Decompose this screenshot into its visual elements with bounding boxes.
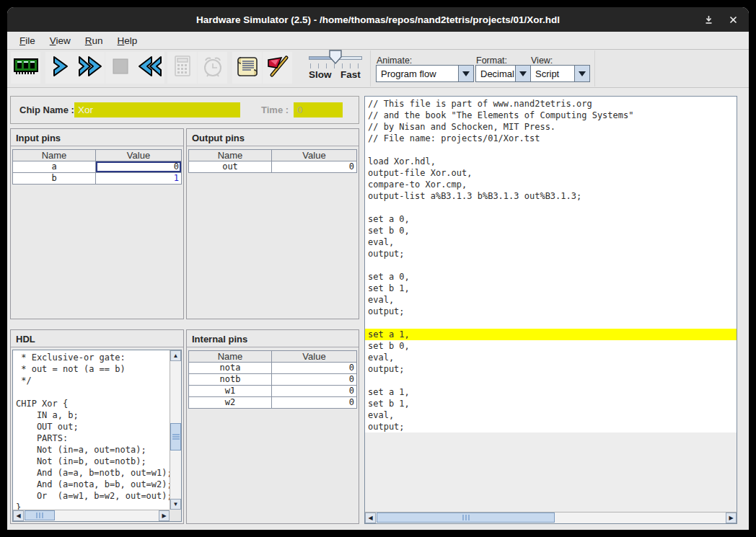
chip-name-field[interactable]: Xor — [74, 102, 240, 117]
output-pins-title: Output pins — [187, 129, 359, 146]
format-label: Format: — [476, 56, 507, 66]
code-line: */ — [13, 375, 170, 386]
code-line: set a 0, — [365, 213, 737, 225]
horizontal-scroll-thumb[interactable] — [25, 510, 55, 520]
time-label: Time : — [261, 105, 289, 115]
table-row: a0 — [12, 161, 182, 173]
animate-label: Animate: — [377, 56, 412, 66]
view-dropdown[interactable]: Script — [530, 65, 590, 82]
scroll-down-icon[interactable]: ▼ — [170, 499, 181, 510]
pin-value[interactable]: 0 — [96, 161, 181, 172]
column-header-value: Value — [96, 150, 181, 161]
load-script-button[interactable] — [232, 52, 262, 84]
code-line: } — [13, 502, 170, 510]
menu-run[interactable]: Run — [78, 33, 110, 48]
code-line: IN a, b; — [13, 409, 170, 421]
speed-slider-ticks — [310, 63, 361, 68]
scrollbar-corner — [170, 510, 181, 521]
chip-name-panel: Chip Name : Xor Time : 0 — [10, 96, 359, 124]
pin-value[interactable]: 0 — [272, 397, 356, 408]
scroll-right-icon[interactable]: ▶ — [726, 512, 737, 523]
pin-value[interactable]: 1 — [96, 173, 181, 184]
horizontal-scroll-thumb[interactable] — [377, 512, 555, 523]
animate-value: Program flow — [381, 68, 436, 79]
table-header: NameValue — [12, 149, 182, 161]
menu-help[interactable]: Help — [110, 33, 145, 48]
column-header-name: Name — [189, 150, 272, 161]
code-line: eval, — [365, 236, 737, 248]
chevron-down-icon[interactable] — [574, 66, 589, 81]
pin-value[interactable]: 0 — [272, 161, 356, 172]
code-line: eval, — [365, 294, 737, 306]
step-forward-icon — [51, 55, 70, 81]
code-line: set b 0, — [365, 225, 737, 236]
code-line: Not (in=a, out=nota); — [13, 444, 170, 456]
hdl-panel: HDL * Exclusive-or gate: * out = not (a … — [10, 329, 184, 524]
code-line: // File name: projects/01/Xor.tst — [365, 133, 737, 144]
pin-name: w1 — [189, 386, 272, 396]
format-dropdown[interactable]: Decimal — [475, 65, 531, 82]
column-header-name: Name — [13, 150, 96, 161]
table-row: w10 — [188, 386, 357, 397]
code-line — [365, 202, 737, 213]
menu-view[interactable]: View — [43, 33, 78, 48]
minimize-icon[interactable] — [704, 15, 713, 25]
hdl-title: HDL — [11, 330, 183, 347]
pin-value[interactable]: 0 — [272, 374, 356, 385]
view-label: View: — [531, 56, 553, 66]
scroll-right-icon[interactable]: ▶ — [159, 510, 170, 521]
pin-value[interactable]: 0 — [272, 386, 356, 396]
slider-slow-label: Slow — [309, 69, 332, 80]
window-title: Hardware Simulator (2.5) - /home/thomas/… — [196, 14, 560, 25]
hdl-horizontal-scrollbar: ◀ ▶ — [13, 510, 170, 521]
table-row: w20 — [188, 397, 357, 409]
input-pins-table: NameValuea0b1 — [12, 149, 182, 185]
close-icon[interactable] — [729, 16, 737, 24]
code-line — [365, 259, 737, 271]
code-line — [13, 386, 170, 398]
scroll-up-icon[interactable]: ▲ — [170, 350, 181, 361]
run-button[interactable] — [75, 52, 105, 84]
code-line — [365, 144, 737, 156]
column-header-value: Value — [272, 351, 356, 362]
table-header: NameValue — [188, 149, 357, 161]
code-line: eval, — [365, 352, 737, 363]
code-line: eval, — [365, 409, 737, 421]
vertical-scroll-thumb[interactable] — [170, 423, 181, 451]
chevron-down-icon[interactable] — [458, 66, 473, 81]
menu-bar: FileViewRunHelp — [7, 32, 749, 50]
clock-icon — [201, 54, 225, 81]
app-window: Hardware Simulator (2.5) - /home/thomas/… — [7, 7, 749, 530]
script-current-line: set a 1, — [365, 329, 737, 340]
reset-button[interactable] — [135, 52, 164, 84]
menu-file[interactable]: File — [12, 33, 43, 48]
pin-name: out — [189, 161, 272, 172]
output-pins-table: NameValueout0 — [188, 149, 357, 173]
table-row: out0 — [188, 161, 357, 173]
code-line: And (a=nota, b=b, out=w2); — [13, 479, 170, 490]
clock-button — [198, 52, 227, 84]
code-line — [365, 317, 737, 329]
pin-value[interactable]: 0 — [272, 363, 356, 373]
code-line: set a 1, — [365, 386, 737, 398]
pin-name: b — [13, 173, 96, 184]
fast-forward-icon — [77, 55, 103, 81]
code-line: output; — [365, 248, 737, 259]
table-row: notb0 — [188, 374, 357, 386]
animate-dropdown[interactable]: Program flow — [376, 65, 474, 82]
scroll-left-icon[interactable]: ◀ — [365, 512, 376, 523]
calculator-icon — [172, 54, 193, 81]
eval-button — [167, 52, 197, 84]
code-line: compare-to Xor.cmp, — [365, 179, 737, 190]
load-chip-button[interactable] — [11, 52, 40, 84]
breakpoints-button[interactable] — [263, 52, 292, 84]
code-line: PARTS: — [13, 432, 170, 444]
chevron-down-icon[interactable] — [515, 66, 530, 81]
code-line: OUT out; — [13, 421, 170, 432]
code-line: CHIP Xor { — [13, 398, 170, 409]
scroll-left-icon[interactable]: ◀ — [13, 510, 24, 521]
hdl-code-text: * Exclusive-or gate: * out = not (a == b… — [13, 350, 170, 510]
single-step-button[interactable] — [45, 52, 75, 84]
code-line: set b 1, — [365, 283, 737, 294]
slider-fast-label: Fast — [340, 69, 361, 80]
